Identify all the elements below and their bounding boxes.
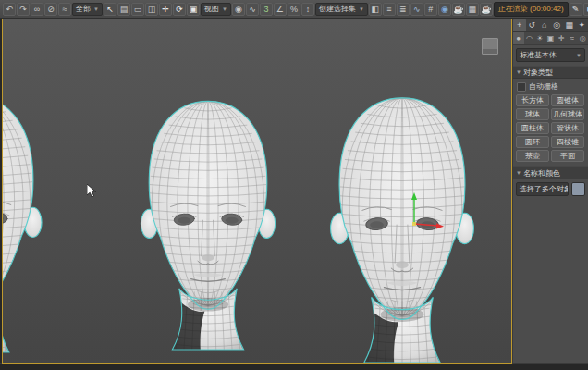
- layer-manager-icon[interactable]: ≣: [397, 3, 410, 16]
- tab-motion[interactable]: ◎: [551, 18, 564, 31]
- autogrid-row: 自动栅格: [513, 79, 588, 92]
- object-type-button[interactable]: 长方体: [516, 94, 549, 106]
- chevron-down-icon: ▼: [576, 53, 582, 58]
- chevron-down-icon: ▼: [93, 6, 99, 12]
- scale-icon[interactable]: ▣: [187, 3, 200, 16]
- toolbar-group-right: ✎■◧: [570, 3, 588, 16]
- rollout-title: 对象类型: [523, 68, 553, 78]
- render-status-readout: 正在渲染 (00:00:42): [494, 2, 569, 17]
- render-setup-icon[interactable]: ☕: [452, 3, 465, 16]
- cat-geometry[interactable]: ●: [513, 32, 524, 44]
- material-editor-icon[interactable]: ◉: [438, 3, 451, 16]
- object-type-button[interactable]: 四棱锥: [551, 136, 584, 148]
- snap-3d-icon[interactable]: 3: [260, 3, 273, 16]
- command-panel: +↺⌂◎▦✦ ●◠☀▣✛≈◎ 标准基本体 ▼ ▼ 对象类型 自动栅格 长方体圆锥…: [513, 18, 588, 363]
- object-category-value: 标准基本体: [520, 50, 557, 60]
- object-type-button[interactable]: 球体: [516, 108, 549, 120]
- move-icon[interactable]: ✛: [159, 3, 172, 16]
- cat-lights[interactable]: ☀: [534, 32, 545, 44]
- window-crossing-icon[interactable]: ◫: [145, 3, 158, 16]
- rollout-header-object-type[interactable]: ▼ 对象类型: [513, 66, 588, 79]
- rotate-icon[interactable]: ⟳: [173, 3, 186, 16]
- named-selection-set-value: 创建选择集: [319, 4, 356, 14]
- object-type-button[interactable]: 管状体: [551, 122, 584, 134]
- object-type-button[interactable]: 平面: [551, 150, 584, 162]
- object-type-buttons: 长方体圆锥体球体几何球体圆柱体管状体圆环四棱锥茶壶平面: [513, 92, 588, 165]
- unlink-icon[interactable]: ⊘: [44, 3, 57, 16]
- cat-helpers[interactable]: ✛: [556, 32, 567, 44]
- mouse-cursor-icon: [87, 184, 98, 199]
- object-name-field[interactable]: 选择了多个对象: [516, 182, 569, 196]
- selection-filter-value: 全部: [76, 4, 91, 14]
- tab-display[interactable]: ▦: [563, 18, 576, 31]
- select-link-icon[interactable]: ∞: [31, 3, 43, 16]
- named-selection-set-dropdown[interactable]: 创建选择集 ▼: [315, 3, 368, 16]
- select-by-name-icon[interactable]: ▤: [117, 3, 130, 16]
- cat-systems[interactable]: ◎: [577, 32, 588, 44]
- curve-editor-icon[interactable]: ∿: [410, 3, 423, 16]
- autogrid-checkbox[interactable]: [517, 82, 526, 92]
- object-type-button[interactable]: 几何球体: [551, 108, 584, 120]
- render-frame-icon[interactable]: ▦: [466, 3, 479, 16]
- reference-coordinate-dropdown[interactable]: 视图 ▼: [201, 3, 231, 16]
- object-type-button[interactable]: 圆环: [516, 136, 549, 148]
- scene-svg: [3, 19, 511, 363]
- spinner-snap-icon[interactable]: ↕: [301, 3, 314, 16]
- selection-filter-dropdown[interactable]: 全部 ▼: [72, 3, 103, 16]
- tab-create[interactable]: +: [513, 18, 526, 31]
- color-swatch-icon[interactable]: ■: [583, 3, 588, 16]
- rollout-collapse-icon: ▼: [516, 170, 521, 176]
- schematic-view-icon[interactable]: #: [424, 3, 437, 16]
- mirror-icon[interactable]: ◧: [369, 3, 382, 16]
- head-model-center[interactable]: [141, 101, 275, 350]
- viewcube[interactable]: [482, 38, 498, 55]
- redo-icon[interactable]: ↷: [17, 3, 30, 16]
- name-color-row: 选择了多个对象: [513, 179, 588, 199]
- region-rect-icon[interactable]: ▭: [131, 3, 144, 16]
- pen-icon[interactable]: ✎: [570, 3, 582, 16]
- object-color-swatch[interactable]: [571, 182, 585, 196]
- tab-hierarchy[interactable]: ⌂: [538, 18, 551, 31]
- toolbar-group-tools-render: ◧≡≣∿#◉☕▦☕: [369, 3, 493, 16]
- toolbar-group-select-transform: ↖▤▭◫✛⟳▣: [104, 3, 200, 16]
- rollout-title: 名称和颜色: [523, 168, 560, 179]
- align-icon[interactable]: ≡: [383, 3, 396, 16]
- head-model-right-selected[interactable]: [331, 98, 474, 363]
- head-model-left-clipped[interactable]: [3, 96, 42, 352]
- command-panel-tabs: +↺⌂◎▦✦: [513, 18, 588, 32]
- create-category-tabs: ●◠☀▣✛≈◎: [513, 32, 588, 45]
- cat-spacewarps[interactable]: ≈: [567, 32, 578, 44]
- cat-cameras[interactable]: ▣: [545, 32, 557, 44]
- angle-snap-icon[interactable]: ∠: [274, 3, 287, 16]
- object-type-button[interactable]: 圆柱体: [516, 122, 549, 134]
- manipulate-icon[interactable]: ∿: [246, 3, 259, 16]
- chevron-down-icon: ▼: [222, 6, 227, 12]
- main-toolbar: ↶↷∞⊘≈ 全部 ▼ ↖▤▭◫✛⟳▣ 视图 ▼ ◉∿3∠%↕ 创建选择集 ▼ ◧…: [0, 0, 588, 18]
- undo-icon[interactable]: ↶: [3, 3, 16, 16]
- object-category-dropdown[interactable]: 标准基本体 ▼: [516, 48, 585, 62]
- object-type-button[interactable]: 茶壶: [516, 150, 549, 162]
- tab-utilities[interactable]: ✦: [576, 18, 588, 31]
- pivot-center-icon[interactable]: ◉: [232, 3, 245, 16]
- render-production-icon[interactable]: ☕: [480, 3, 493, 16]
- percent-snap-icon[interactable]: %: [288, 3, 300, 16]
- chevron-down-icon: ▼: [359, 6, 364, 12]
- rollout-header-name-color[interactable]: ▼ 名称和颜色: [513, 166, 588, 179]
- toolbar-group-history: ↶↷∞⊘≈: [3, 3, 71, 16]
- rollout-collapse-icon: ▼: [516, 69, 521, 75]
- tab-modify[interactable]: ↺: [526, 18, 539, 31]
- reference-coordinate-value: 视图: [204, 4, 219, 14]
- toolbar-group-snaps: ◉∿3∠%↕: [232, 3, 314, 16]
- perspective-viewport[interactable]: [2, 18, 512, 364]
- select-object-icon[interactable]: ↖: [104, 3, 116, 16]
- autogrid-label: 自动栅格: [529, 81, 558, 92]
- gizmo-center-handle[interactable]: [412, 222, 416, 226]
- bind-spacewarp-icon[interactable]: ≈: [58, 3, 71, 16]
- object-type-button[interactable]: 圆锥体: [551, 94, 584, 106]
- bottom-strip: [0, 364, 588, 370]
- cat-shapes[interactable]: ◠: [524, 32, 535, 44]
